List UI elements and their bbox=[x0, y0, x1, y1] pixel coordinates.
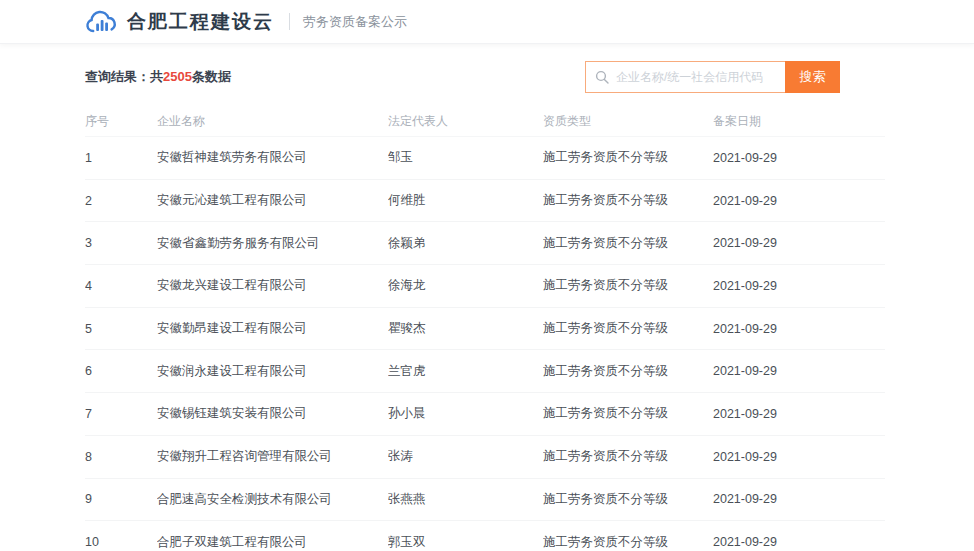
cell-date: 2021-09-29 bbox=[713, 322, 885, 336]
cell-date: 2021-09-29 bbox=[713, 492, 885, 506]
results-count: 2505 bbox=[163, 69, 192, 84]
header-divider bbox=[289, 13, 290, 30]
cell-date: 2021-09-29 bbox=[713, 151, 885, 165]
cell-qualification: 施工劳务资质不分等级 bbox=[543, 235, 713, 252]
cell-company: 安徽龙兴建设工程有限公司 bbox=[157, 277, 388, 294]
cell-date: 2021-09-29 bbox=[713, 407, 885, 421]
column-header-qualification: 资质类型 bbox=[543, 113, 713, 130]
cell-representative: 徐海龙 bbox=[388, 277, 543, 294]
table-row: 2 安徽元沁建筑工程有限公司 何维胜 施工劳务资质不分等级 2021-09-29 bbox=[85, 180, 885, 223]
search-group: 搜索 bbox=[585, 61, 840, 93]
cell-representative: 邹玉 bbox=[388, 149, 543, 166]
cell-date: 2021-09-29 bbox=[713, 535, 885, 549]
cell-qualification: 施工劳务资质不分等级 bbox=[543, 448, 713, 465]
cell-company: 安徽元沁建筑工程有限公司 bbox=[157, 192, 388, 209]
column-header-representative: 法定代表人 bbox=[388, 113, 543, 130]
cell-representative: 何维胜 bbox=[388, 192, 543, 209]
cell-company: 安徽锡钰建筑安装有限公司 bbox=[157, 405, 388, 422]
cell-index: 4 bbox=[85, 279, 157, 293]
table-row: 7 安徽锡钰建筑安装有限公司 孙小晨 施工劳务资质不分等级 2021-09-29 bbox=[85, 393, 885, 436]
cell-index: 8 bbox=[85, 450, 157, 464]
app-header: 合肥工程建设云 劳务资质备案公示 bbox=[0, 0, 974, 44]
column-header-company: 企业名称 bbox=[157, 113, 388, 130]
brand-title[interactable]: 合肥工程建设云 bbox=[127, 9, 274, 35]
cell-company: 安徽省鑫勤劳务服务有限公司 bbox=[157, 235, 388, 252]
table-row: 1 安徽哲神建筑劳务有限公司 邹玉 施工劳务资质不分等级 2021-09-29 bbox=[85, 137, 885, 180]
cell-index: 10 bbox=[85, 535, 157, 549]
table-row: 10 合肥子双建筑工程有限公司 郭玉双 施工劳务资质不分等级 2021-09-2… bbox=[85, 521, 885, 551]
cell-date: 2021-09-29 bbox=[713, 236, 885, 250]
cell-date: 2021-09-29 bbox=[713, 279, 885, 293]
cell-date: 2021-09-29 bbox=[713, 194, 885, 208]
cell-index: 2 bbox=[85, 194, 157, 208]
cell-date: 2021-09-29 bbox=[713, 450, 885, 464]
cell-qualification: 施工劳务资质不分等级 bbox=[543, 363, 713, 380]
page-subtitle: 劳务资质备案公示 bbox=[303, 13, 407, 31]
cell-company: 安徽翔升工程咨询管理有限公司 bbox=[157, 448, 388, 465]
cell-qualification: 施工劳务资质不分等级 bbox=[543, 149, 713, 166]
table-row: 6 安徽润永建设工程有限公司 兰官虎 施工劳务资质不分等级 2021-09-29 bbox=[85, 350, 885, 393]
cell-qualification: 施工劳务资质不分等级 bbox=[543, 320, 713, 337]
search-button[interactable]: 搜索 bbox=[785, 61, 840, 93]
table-row: 3 安徽省鑫勤劳务服务有限公司 徐颖弟 施工劳务资质不分等级 2021-09-2… bbox=[85, 222, 885, 265]
cell-company: 合肥速高安全检测技术有限公司 bbox=[157, 491, 388, 508]
main-content: 查询结果：共2505条数据 搜索 序号 企业名称 法定代表人 资质类型 备案日期 bbox=[85, 61, 885, 551]
search-box bbox=[585, 61, 785, 93]
cell-index: 3 bbox=[85, 236, 157, 250]
cell-representative: 兰官虎 bbox=[388, 363, 543, 380]
cell-qualification: 施工劳务资质不分等级 bbox=[543, 534, 713, 551]
cell-representative: 孙小晨 bbox=[388, 405, 543, 422]
cell-representative: 张涛 bbox=[388, 448, 543, 465]
cell-qualification: 施工劳务资质不分等级 bbox=[543, 491, 713, 508]
cloud-chart-icon[interactable] bbox=[84, 7, 120, 37]
cell-index: 7 bbox=[85, 407, 157, 421]
cell-qualification: 施工劳务资质不分等级 bbox=[543, 277, 713, 294]
column-header-index: 序号 bbox=[85, 113, 157, 130]
cell-representative: 郭玉双 bbox=[388, 534, 543, 551]
search-input[interactable] bbox=[616, 70, 776, 84]
table-row: 5 安徽勤昂建设工程有限公司 瞿骏杰 施工劳务资质不分等级 2021-09-29 bbox=[85, 308, 885, 351]
results-suffix: 条数据 bbox=[192, 69, 231, 84]
table-body: 1 安徽哲神建筑劳务有限公司 邹玉 施工劳务资质不分等级 2021-09-29 … bbox=[85, 137, 885, 551]
cell-date: 2021-09-29 bbox=[713, 364, 885, 378]
table-header-row: 序号 企业名称 法定代表人 资质类型 备案日期 bbox=[85, 107, 885, 137]
cell-qualification: 施工劳务资质不分等级 bbox=[543, 405, 713, 422]
results-prefix: 查询结果：共 bbox=[85, 69, 163, 84]
cell-index: 5 bbox=[85, 322, 157, 336]
search-icon bbox=[595, 70, 609, 84]
cell-representative: 徐颖弟 bbox=[388, 235, 543, 252]
table-row: 9 合肥速高安全检测技术有限公司 张燕燕 施工劳务资质不分等级 2021-09-… bbox=[85, 479, 885, 522]
cell-index: 9 bbox=[85, 492, 157, 506]
cell-company: 合肥子双建筑工程有限公司 bbox=[157, 534, 388, 551]
cell-qualification: 施工劳务资质不分等级 bbox=[543, 192, 713, 209]
cell-company: 安徽勤昂建设工程有限公司 bbox=[157, 320, 388, 337]
cell-index: 6 bbox=[85, 364, 157, 378]
cell-company: 安徽润永建设工程有限公司 bbox=[157, 363, 388, 380]
cell-representative: 瞿骏杰 bbox=[388, 320, 543, 337]
cell-representative: 张燕燕 bbox=[388, 491, 543, 508]
filings-table: 序号 企业名称 法定代表人 资质类型 备案日期 1 安徽哲神建筑劳务有限公司 邹… bbox=[85, 107, 885, 551]
cell-company: 安徽哲神建筑劳务有限公司 bbox=[157, 149, 388, 166]
results-summary: 查询结果：共2505条数据 bbox=[85, 68, 231, 86]
table-row: 8 安徽翔升工程咨询管理有限公司 张涛 施工劳务资质不分等级 2021-09-2… bbox=[85, 436, 885, 479]
results-bar: 查询结果：共2505条数据 搜索 bbox=[85, 61, 885, 93]
column-header-date: 备案日期 bbox=[713, 113, 885, 130]
cell-index: 1 bbox=[85, 151, 157, 165]
table-row: 4 安徽龙兴建设工程有限公司 徐海龙 施工劳务资质不分等级 2021-09-29 bbox=[85, 265, 885, 308]
